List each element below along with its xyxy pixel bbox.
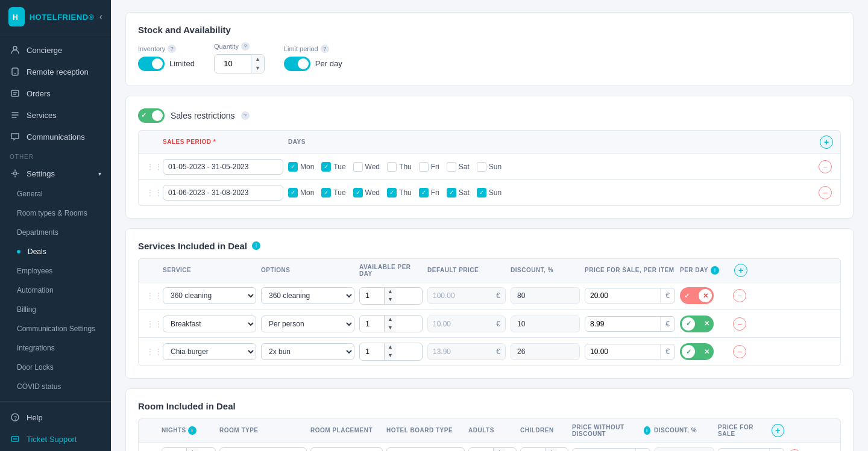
- room-type-select-1[interactable]: Hospitality Lo...: [219, 447, 307, 451]
- sidebar-item-orders[interactable]: Orders: [0, 82, 111, 104]
- thu-check-2[interactable]: ✓: [387, 188, 397, 198]
- sidebar-item-communication-settings[interactable]: Communication Settings: [0, 319, 111, 338]
- per-day-toggle-2[interactable]: ✓ ✕: [680, 316, 714, 332]
- per-day-toggle-1[interactable]: ✓ ✕: [680, 287, 714, 304]
- price-sale-input-3[interactable]: [585, 344, 660, 359]
- adults-up-1[interactable]: ▲: [494, 448, 505, 451]
- thu-checkbox-2[interactable]: ✓ Thu: [387, 188, 412, 198]
- drag-handle-1[interactable]: ⋮⋮: [146, 162, 158, 172]
- sidebar-item-automation[interactable]: Automation: [0, 281, 111, 300]
- quantity-down-button[interactable]: ▼: [251, 64, 264, 73]
- quantity-up-button[interactable]: ▲: [251, 55, 264, 64]
- children-up-1[interactable]: ▲: [546, 448, 557, 451]
- room-placement-select-1[interactable]: Custom: [310, 447, 383, 451]
- nights-stepper-1[interactable]: ▲ ▼: [162, 447, 216, 451]
- sun-check-1[interactable]: [477, 162, 486, 172]
- nights-up-1[interactable]: ▲: [187, 448, 198, 451]
- step-up-2[interactable]: ▲: [385, 316, 396, 324]
- inventory-toggle-switch[interactable]: [138, 57, 165, 71]
- period-input-1[interactable]: [163, 159, 283, 175]
- tue-checkbox-2[interactable]: ✓ Tue: [321, 188, 345, 198]
- add-room-button[interactable]: +: [772, 424, 784, 437]
- per-day-info-icon[interactable]: i: [711, 266, 719, 275]
- sidebar-item-departments[interactable]: Departments: [0, 223, 111, 242]
- available-stepper-2[interactable]: ▲ ▼: [359, 315, 423, 332]
- sidebar-item-communications[interactable]: Communications: [0, 126, 111, 148]
- sat-checkbox-2[interactable]: ✓ Sat: [447, 188, 470, 198]
- mon-check-1[interactable]: ✓: [288, 162, 298, 172]
- thu-check-1[interactable]: [387, 162, 397, 172]
- step-down-2[interactable]: ▼: [385, 324, 396, 332]
- default-price-input-2[interactable]: [428, 316, 491, 332]
- price-without-input-1[interactable]: [573, 449, 635, 451]
- service-drag-1[interactable]: ⋮⋮: [146, 291, 158, 300]
- sidebar-item-services[interactable]: Services: [0, 104, 111, 126]
- remove-service-3-button[interactable]: −: [733, 345, 746, 358]
- add-service-button[interactable]: +: [734, 264, 747, 277]
- sun-checkbox-2[interactable]: ✓ Sun: [477, 188, 502, 198]
- wed-checkbox-2[interactable]: ✓ Wed: [353, 188, 380, 198]
- sidebar-item-general[interactable]: General: [0, 184, 111, 204]
- inventory-help-icon[interactable]: ?: [168, 45, 176, 53]
- sidebar-item-remote-reception[interactable]: Remote reception: [0, 61, 111, 82]
- nights-info-icon[interactable]: i: [188, 426, 197, 435]
- fri-checkbox-2[interactable]: ✓ Fri: [419, 188, 439, 198]
- available-stepper-3[interactable]: ▲ ▼: [359, 343, 423, 360]
- nights-input-1[interactable]: [162, 449, 186, 451]
- fri-check-2[interactable]: ✓: [419, 188, 429, 198]
- sidebar-item-covid-status[interactable]: COVID status: [0, 377, 111, 396]
- step-down-3[interactable]: ▼: [385, 352, 396, 360]
- price-without-info-icon[interactable]: i: [644, 426, 650, 435]
- adults-input-1[interactable]: [469, 449, 493, 451]
- service-drag-2[interactable]: ⋮⋮: [146, 319, 158, 329]
- fri-check-1[interactable]: [419, 162, 429, 172]
- fri-checkbox-1[interactable]: Fri: [419, 162, 439, 172]
- children-stepper-1[interactable]: ▲ ▼: [520, 447, 568, 451]
- remove-period-2-button[interactable]: −: [819, 186, 832, 199]
- price-sale-input-2[interactable]: [585, 317, 660, 331]
- discount-input-1[interactable]: [511, 288, 579, 303]
- options-select-3[interactable]: 2x bun: [261, 343, 354, 360]
- add-period-button[interactable]: +: [820, 135, 833, 149]
- mon-checkbox-1[interactable]: ✓ Mon: [288, 162, 314, 172]
- tue-check-1[interactable]: ✓: [321, 162, 331, 172]
- default-price-input-3[interactable]: [428, 344, 491, 359]
- sidebar-item-room-types[interactable]: Room types & Rooms: [0, 204, 111, 223]
- sales-restrictions-toggle[interactable]: ✓: [138, 108, 165, 123]
- services-info-icon[interactable]: i: [252, 241, 260, 250]
- mon-check-2[interactable]: ✓: [288, 188, 298, 198]
- wed-check-2[interactable]: ✓: [353, 188, 363, 198]
- limit-period-help-icon[interactable]: ?: [321, 45, 329, 53]
- step-down-1[interactable]: ▼: [385, 296, 396, 304]
- per-day-toggle-3[interactable]: ✓ ✕: [680, 343, 714, 360]
- sun-check-2[interactable]: ✓: [477, 188, 486, 198]
- mon-checkbox-2[interactable]: ✓ Mon: [288, 188, 314, 198]
- thu-checkbox-1[interactable]: Thu: [387, 162, 412, 172]
- wed-check-1[interactable]: [353, 162, 363, 172]
- sidebar-item-settings[interactable]: Settings ▾: [0, 163, 111, 184]
- room-price-sale-input-1[interactable]: [719, 449, 769, 451]
- sat-check-1[interactable]: [447, 162, 456, 172]
- room-discount-input-1[interactable]: [655, 448, 714, 451]
- collapse-button[interactable]: ‹: [99, 11, 102, 22]
- remove-service-2-button[interactable]: −: [733, 317, 746, 331]
- sales-restrictions-help-icon[interactable]: ?: [241, 111, 250, 120]
- options-select-1[interactable]: 360 cleaning: [261, 287, 354, 304]
- discount-input-3[interactable]: [511, 344, 579, 359]
- sidebar-item-billing[interactable]: Billing: [0, 300, 111, 319]
- quantity-value[interactable]: [215, 55, 251, 72]
- sidebar-item-door-locks[interactable]: Door Locks: [0, 358, 111, 377]
- period-input-2[interactable]: [163, 185, 283, 201]
- step-up-1[interactable]: ▲: [385, 288, 396, 296]
- hotel-board-select-1[interactable]: Full board: [386, 447, 465, 451]
- wed-checkbox-1[interactable]: Wed: [353, 162, 380, 172]
- available-input-3[interactable]: [360, 344, 384, 359]
- per-day-toggle-switch[interactable]: [284, 57, 310, 71]
- sidebar-item-help[interactable]: ? Help: [0, 406, 111, 428]
- service-select-2[interactable]: Breakfast: [163, 316, 256, 332]
- price-sale-input-1[interactable]: [585, 288, 660, 303]
- options-select-2[interactable]: Per person: [261, 316, 354, 332]
- sidebar-item-integrations[interactable]: Integrations: [0, 338, 111, 358]
- available-input-1[interactable]: [360, 288, 384, 303]
- quantity-help-icon[interactable]: ?: [241, 42, 250, 51]
